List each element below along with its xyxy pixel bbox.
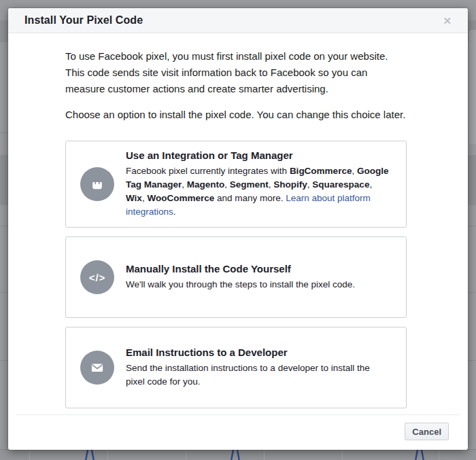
intro-text: To use Facebook pixel, you must first in… [65,48,407,123]
backdrop-chart-spikes-icon [0,450,476,460]
code-icon: </> [80,260,114,294]
option-text: Email Instructions to a Developer Send t… [126,347,390,389]
dialog-footer: Cancel [8,415,468,450]
dialog-title: Install Your Pixel Code [24,14,441,26]
intro-paragraph-1: To use Facebook pixel, you must first in… [65,48,407,97]
option-integration-tag-manager[interactable]: Use an Integration or Tag Manager Facebo… [65,141,407,228]
option-email-developer[interactable]: Email Instructions to a Developer Send t… [65,327,407,408]
shopping-bag-icon [80,167,114,201]
cancel-button[interactable]: Cancel [405,423,449,440]
option-title: Manually Install the Code Yourself [126,263,390,275]
code-glyph: </> [89,272,106,283]
option-manual-install[interactable]: </> Manually Install the Code Yourself W… [65,236,407,318]
intro-paragraph-2: Choose an option to install the pixel co… [65,107,407,123]
backdrop-card-edge [469,30,476,144]
dialog-body: To use Facebook pixel, you must first in… [8,33,468,408]
install-pixel-code-dialog: Install Your Pixel Code ✕ To use Faceboo… [8,8,468,450]
envelope-icon [80,351,114,385]
option-description: We'll walk you through the steps to inst… [126,278,390,291]
option-title: Use an Integration or Tag Manager [126,149,390,161]
option-description: Send the installation instructions to a … [126,361,390,389]
dialog-header: Install Your Pixel Code ✕ [8,8,468,33]
option-description: Facebook pixel currently integrates with… [126,164,390,219]
backdrop-chart-strip [0,449,476,460]
option-text: Manually Install the Code Yourself We'll… [126,263,390,291]
close-icon[interactable]: ✕ [441,14,453,27]
option-title: Email Instructions to a Developer [126,347,390,358]
option-text: Use an Integration or Tag Manager Facebo… [126,149,390,219]
install-options-list: Use an Integration or Tag Manager Facebo… [65,141,407,408]
